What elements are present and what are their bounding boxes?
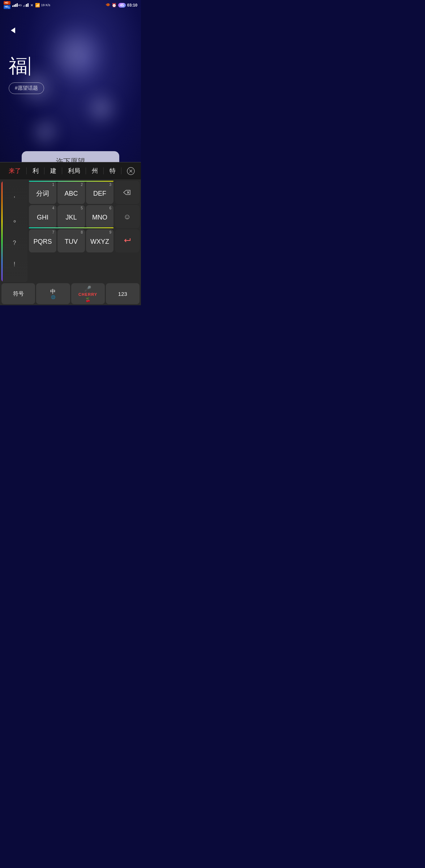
cherry-label: CHERRY (78, 292, 97, 297)
chinese-label: 中 (50, 288, 56, 295)
key-ghi[interactable]: 4 GHI (29, 205, 56, 228)
candidate-item-3[interactable]: 利局 (62, 165, 86, 177)
punct-question[interactable]: ? (12, 238, 18, 248)
key-number-1: 1 (52, 183, 54, 187)
mic-icon: 🎤 (84, 285, 91, 292)
candidate-item-4[interactable]: 州 (86, 165, 104, 177)
status-left: HD HD2 4G ✕ 📶 19 K/s (4, 1, 50, 9)
hd-badge: HD (4, 1, 10, 5)
wifi-icon: 📶 (35, 3, 40, 8)
key-label-fenci: 分词 (36, 189, 49, 198)
symbol-key[interactable]: 符号 (1, 283, 35, 304)
signal-bars-1 (12, 3, 18, 7)
keyboard-container: 来了 利 建 利局 州 特 ' ∘ ? ! 1 (0, 162, 141, 305)
key-number-8: 8 (81, 230, 83, 234)
speed-indicator: 19 K/s (41, 3, 51, 7)
backspace-button[interactable] (115, 181, 139, 204)
status-right: 👁 ⏰ 45 03:10 (106, 3, 137, 8)
enter-button[interactable] (115, 229, 139, 252)
punct-period[interactable]: ∘ (11, 216, 18, 226)
backspace-icon (123, 188, 132, 197)
key-label-mno: MNO (92, 214, 107, 221)
punct-exclaim[interactable]: ! (12, 260, 17, 269)
key-label-wxyz: WXYZ (90, 238, 109, 246)
cherry-key[interactable]: 🎤 CHERRY 🍒 (71, 283, 105, 304)
punctuation-key[interactable]: ' ∘ ? ! (1, 181, 27, 282)
network-type: 4G (18, 4, 22, 7)
key-label-pqrs: PQRS (33, 238, 52, 246)
candidate-item-1[interactable]: 利 (27, 165, 44, 177)
key-number-7: 7 (52, 230, 54, 234)
key-row-3: 7 PQRS 8 TUV 9 WXYZ (29, 229, 113, 252)
keys-layout: ' ∘ ? ! 1 分词 2 ABC 3 DEF (1, 181, 139, 282)
status-bar: HD HD2 4G ✕ 📶 19 K/s 👁 ⏰ 45 (0, 0, 141, 10)
x-indicator: ✕ (30, 3, 33, 7)
chinese-key[interactable]: 中 🌐 (36, 283, 70, 304)
text-cursor (29, 57, 30, 76)
key-row-1: 1 分词 2 ABC 3 DEF (29, 181, 113, 204)
key-label-ghi: GHI (37, 214, 48, 221)
key-label-abc: ABC (64, 190, 78, 197)
punct-comma[interactable]: ' (12, 194, 16, 204)
back-button[interactable] (7, 24, 20, 37)
key-label-jkl: JKL (65, 214, 77, 221)
enter-icon (123, 237, 132, 245)
letter-grid: 1 分词 2 ABC 3 DEF 4 GHI 5 (29, 181, 113, 282)
main-text-display[interactable]: 福 (9, 54, 30, 79)
delete-icon (127, 167, 135, 175)
candidate-delete-button[interactable] (124, 164, 138, 178)
typed-character: 福 (9, 54, 28, 79)
numbers-key[interactable]: 123 (106, 283, 139, 304)
key-number-4: 4 (52, 206, 54, 210)
key-row-2: 4 GHI 5 JKL 6 MNO (29, 205, 113, 228)
eye-icon: 👁 (106, 3, 110, 8)
network-signal: 4G (12, 3, 22, 7)
key-def[interactable]: 3 DEF (86, 181, 113, 204)
battery-badge: 45 (118, 3, 126, 8)
signal-bars-2 (23, 3, 29, 7)
candidate-bar: 来了 利 建 利局 州 特 (0, 162, 141, 179)
alarm-icon: ⏰ (112, 3, 117, 8)
time-display: 03:10 (127, 3, 137, 7)
key-wxyz[interactable]: 9 WXYZ (86, 229, 113, 252)
key-label-tuv: TUV (65, 238, 78, 246)
key-number-9: 9 (109, 230, 111, 234)
right-action-column: ☺ (115, 181, 139, 282)
candidate-item-2[interactable]: 建 (44, 165, 62, 177)
candidate-item-0[interactable]: 来了 (3, 165, 27, 177)
bottom-row: 符号 中 🌐 🎤 CHERRY 🍒 123 (1, 283, 139, 304)
key-number-5: 5 (81, 206, 83, 210)
emoji-button[interactable]: ☺ (115, 205, 139, 228)
key-tuv[interactable]: 8 TUV (57, 229, 85, 252)
key-jkl[interactable]: 5 JKL (57, 205, 85, 228)
globe-icon: 🌐 (51, 295, 55, 299)
key-number-6: 6 (109, 206, 111, 210)
key-number-2: 2 (81, 183, 83, 187)
cherry-logo-icon: 🍒 (85, 297, 91, 302)
back-arrow-icon (11, 27, 15, 33)
candidate-item-5[interactable]: 特 (104, 165, 121, 177)
key-abc[interactable]: 2 ABC (57, 181, 85, 204)
hashtag-badge[interactable]: #愿望话题 (9, 82, 44, 94)
hd2-badge: HD2 (4, 5, 10, 9)
key-label-def: DEF (93, 190, 106, 197)
key-pqrs[interactable]: 7 PQRS (29, 229, 56, 252)
key-number-3: 3 (109, 183, 111, 187)
key-fenci[interactable]: 1 分词 (29, 181, 56, 204)
key-mno[interactable]: 6 MNO (86, 205, 113, 228)
